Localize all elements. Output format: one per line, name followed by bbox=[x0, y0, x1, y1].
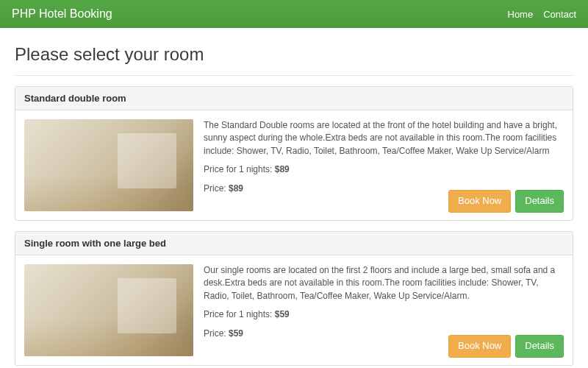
room-price-nights: Price for 1 nights: $89 bbox=[204, 163, 564, 176]
room-text: Our single rooms are located on the firs… bbox=[204, 264, 564, 346]
room-description: Our single rooms are located on the firs… bbox=[204, 264, 564, 302]
main-container: Please select your room Standard double … bbox=[15, 44, 573, 368]
price-value: $59 bbox=[229, 328, 243, 339]
room-panel: Standard double room The Standard Double… bbox=[15, 86, 573, 221]
room-actions: Book Now Details bbox=[448, 335, 564, 358]
nav-links: Home Contact bbox=[508, 9, 577, 20]
page-title: Please select your room bbox=[15, 44, 573, 65]
room-description: The Standard Double rooms are located at… bbox=[204, 119, 564, 158]
price-nights-label: Price for 1 nights: bbox=[204, 309, 275, 319]
brand: PHP Hotel Booking bbox=[12, 7, 112, 21]
nav-link-contact[interactable]: Contact bbox=[543, 9, 576, 20]
price-nights-value: $89 bbox=[275, 164, 290, 174]
price-nights-value: $59 bbox=[275, 309, 290, 319]
price-label: Price: bbox=[204, 183, 229, 194]
price-value: $89 bbox=[229, 183, 243, 194]
room-panel: Single room with one large bed Our singl… bbox=[15, 231, 573, 366]
room-image bbox=[24, 264, 193, 356]
separator bbox=[15, 75, 573, 76]
details-button[interactable]: Details bbox=[515, 335, 564, 358]
room-body: Our single rooms are located on the firs… bbox=[15, 255, 573, 365]
price-label: Price: bbox=[204, 328, 229, 339]
details-button[interactable]: Details bbox=[515, 190, 564, 213]
book-now-button[interactable]: Book Now bbox=[448, 335, 511, 358]
room-name: Single room with one large bed bbox=[15, 232, 573, 255]
navbar: PHP Hotel Booking Home Contact bbox=[0, 0, 588, 28]
room-actions: Book Now Details bbox=[448, 190, 564, 213]
room-text: The Standard Double rooms are located at… bbox=[204, 119, 564, 201]
book-now-button[interactable]: Book Now bbox=[448, 190, 511, 213]
room-image bbox=[24, 119, 193, 211]
room-name: Standard double room bbox=[15, 87, 573, 110]
room-price-nights: Price for 1 nights: $59 bbox=[204, 308, 564, 321]
nav-link-home[interactable]: Home bbox=[508, 9, 534, 20]
room-body: The Standard Double rooms are located at… bbox=[15, 110, 573, 220]
price-nights-label: Price for 1 nights: bbox=[204, 164, 275, 174]
